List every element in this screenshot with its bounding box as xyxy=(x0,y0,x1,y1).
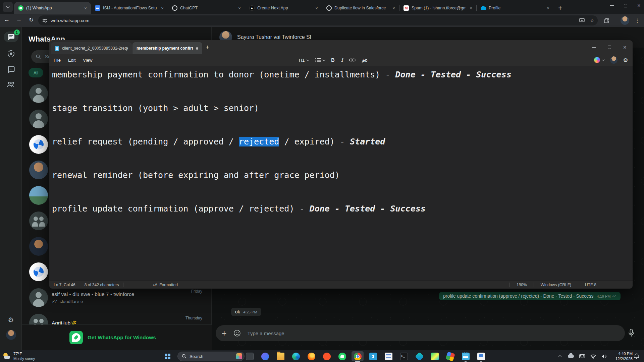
taskbar-app-pycharm[interactable] xyxy=(427,350,442,362)
minimize-icon[interactable] xyxy=(586,40,602,54)
start-button[interactable] xyxy=(165,354,170,359)
notepad-editor[interactable]: membership payment confirmation to donor… xyxy=(49,66,633,281)
tab-close-icon[interactable]: × xyxy=(545,5,551,11)
forward-button[interactable]: → xyxy=(16,16,22,23)
touch-keyboard-icon[interactable] xyxy=(579,354,585,358)
reload-button[interactable]: ↻ xyxy=(29,16,34,23)
taskbar-app-notepad[interactable] xyxy=(458,350,473,362)
taskbar-app-google-app[interactable] xyxy=(442,350,458,362)
taskbar-app-brave[interactable] xyxy=(319,350,334,362)
taskbar-app-whatsapp-desktop[interactable] xyxy=(334,350,350,362)
volume-icon[interactable] xyxy=(601,354,607,359)
browser-tab-5[interactable]: Duplicate flow in Salesforce× xyxy=(322,2,399,14)
extensions-icon[interactable] xyxy=(604,18,609,23)
back-button[interactable]: ← xyxy=(4,16,10,23)
tab-close-icon[interactable]: × xyxy=(468,5,474,11)
taskbar-app-chrome[interactable] xyxy=(350,350,365,362)
taskbar-app-vscode[interactable] xyxy=(365,350,381,362)
sidebar-profile[interactable] xyxy=(0,330,22,340)
sidebar-item-status[interactable] xyxy=(0,50,22,58)
minimize-icon[interactable] xyxy=(610,5,614,6)
sidebar-item-communities[interactable] xyxy=(0,80,22,88)
notepad-tab-membership[interactable]: membership payment confirmation xyxy=(132,42,202,54)
status-line-endings[interactable]: Windows (CRLF) xyxy=(534,283,578,287)
account-avatar[interactable] xyxy=(610,56,618,64)
tab-search-button[interactable] xyxy=(3,2,13,12)
browser-menu-icon[interactable]: ⋮ xyxy=(635,17,640,24)
taskbar-app-desktops[interactable] xyxy=(242,350,257,362)
new-tab-button[interactable]: + xyxy=(555,3,565,13)
wifi-icon[interactable] xyxy=(590,354,596,359)
attach-icon[interactable]: + xyxy=(222,329,227,338)
sidebar-item-channels[interactable] xyxy=(0,66,22,74)
maximize-icon[interactable] xyxy=(602,40,617,54)
taskbar-app-taskpro[interactable] xyxy=(473,350,489,362)
italic-button[interactable]: I xyxy=(341,57,343,63)
menu-file[interactable]: File xyxy=(50,58,64,63)
message-incoming[interactable]: ok 4:25 PM xyxy=(231,308,261,316)
browser-profile-avatar[interactable] xyxy=(621,16,629,25)
tab-close-icon[interactable]: × xyxy=(83,5,88,11)
taskbar-search[interactable]: Search xyxy=(177,352,245,361)
message-input[interactable]: + Type a message xyxy=(216,325,625,341)
taskbar-app-docs[interactable] xyxy=(381,350,396,362)
filter-all-pill[interactable]: All xyxy=(29,68,43,77)
settings-gear-icon[interactable]: ⚙ xyxy=(623,57,628,63)
unsaved-dot-icon xyxy=(196,47,198,50)
address-bar[interactable]: web.whatsapp.com ☆ xyxy=(38,15,598,25)
tray-overflow-button[interactable] xyxy=(557,355,563,358)
taskbar-app-terminal[interactable] xyxy=(396,350,412,362)
toolbar-right: ⋮ xyxy=(604,14,644,27)
url-text[interactable]: web.whatsapp.com xyxy=(51,18,574,23)
taskbar-weather-widget[interactable]: 77°F Mostly sunny xyxy=(3,350,35,362)
taskbar-app-edge[interactable] xyxy=(288,350,304,362)
status-formatted[interactable]: AAFormatted xyxy=(148,283,182,287)
emoji-icon[interactable] xyxy=(233,329,241,337)
message-outgoing[interactable]: profile update confirmation (approve / r… xyxy=(439,292,621,300)
site-settings-icon[interactable] xyxy=(42,18,47,23)
copilot-button[interactable] xyxy=(594,57,604,63)
editor-blank-line xyxy=(52,117,633,133)
sidebar-item-settings[interactable]: ⚙ xyxy=(0,316,22,324)
clear-formatting-button[interactable]: Ab xyxy=(362,58,367,63)
link-button[interactable] xyxy=(349,58,356,62)
bookmark-star-icon[interactable]: ☆ xyxy=(590,17,594,23)
list-dropdown[interactable] xyxy=(315,58,325,62)
sidebar-item-chats[interactable]: 1 xyxy=(0,32,22,42)
bold-button[interactable]: B xyxy=(331,57,334,63)
get-whatsapp-banner[interactable]: Get WhatsApp for Windows xyxy=(22,324,212,350)
install-app-icon[interactable] xyxy=(579,18,585,23)
file-explorer-icon xyxy=(277,353,284,360)
notepad-new-tab-button[interactable]: + xyxy=(206,44,209,50)
notification-bell-icon[interactable] xyxy=(634,353,639,359)
menu-edit[interactable]: Edit xyxy=(64,58,79,63)
taskbar-app-file-explorer[interactable] xyxy=(273,350,288,362)
maximize-icon[interactable] xyxy=(624,4,627,7)
browser-tab-6[interactable]: Spam (1) - ishann.tforce@gmai× xyxy=(399,2,476,14)
heading-dropdown[interactable]: H1 xyxy=(299,58,309,63)
browser-tab-3[interactable]: ChatGPT× xyxy=(168,2,245,14)
mic-icon[interactable] xyxy=(628,329,635,338)
edge-icon xyxy=(292,353,300,360)
taskbar-app-firefox[interactable] xyxy=(304,350,319,362)
tab-close-icon[interactable]: × xyxy=(237,5,242,11)
taskbar-app-phone-link[interactable] xyxy=(257,350,273,362)
notepad-tab-client-secret[interactable]: client_secret_2_60053885332-2reqe52rribc xyxy=(51,42,132,54)
browser-tab-1[interactable]: (1) WhatsApp× xyxy=(14,2,91,14)
browser-tab-2[interactable]: ISIJ - Automation/Flows Setup -× xyxy=(91,2,168,14)
editor-text: Done - Tested - Success xyxy=(310,204,426,214)
taskbar-app-devtool[interactable] xyxy=(412,350,427,362)
status-zoom-level[interactable]: 190% xyxy=(510,283,534,287)
browser-tab-7[interactable]: Profile× xyxy=(477,2,553,14)
tab-close-icon[interactable]: × xyxy=(391,5,396,11)
onedrive-cloud-icon[interactable] xyxy=(568,355,574,358)
tab-close-icon[interactable]: × xyxy=(314,5,319,11)
taskbar-clock[interactable]: 4:40 PM 12/2/2025 xyxy=(608,351,633,361)
browser-tab-4[interactable]: Create Next App× xyxy=(245,2,322,14)
close-icon[interactable]: × xyxy=(617,40,633,54)
chat-list-item-asif[interactable]: asif vai - diu swe - blue 7 - twinforce … xyxy=(22,285,212,310)
close-icon[interactable]: × xyxy=(637,3,641,8)
status-encoding[interactable]: UTF-8 xyxy=(578,283,603,287)
menu-view[interactable]: View xyxy=(79,58,96,63)
tab-close-icon[interactable]: × xyxy=(160,5,165,11)
